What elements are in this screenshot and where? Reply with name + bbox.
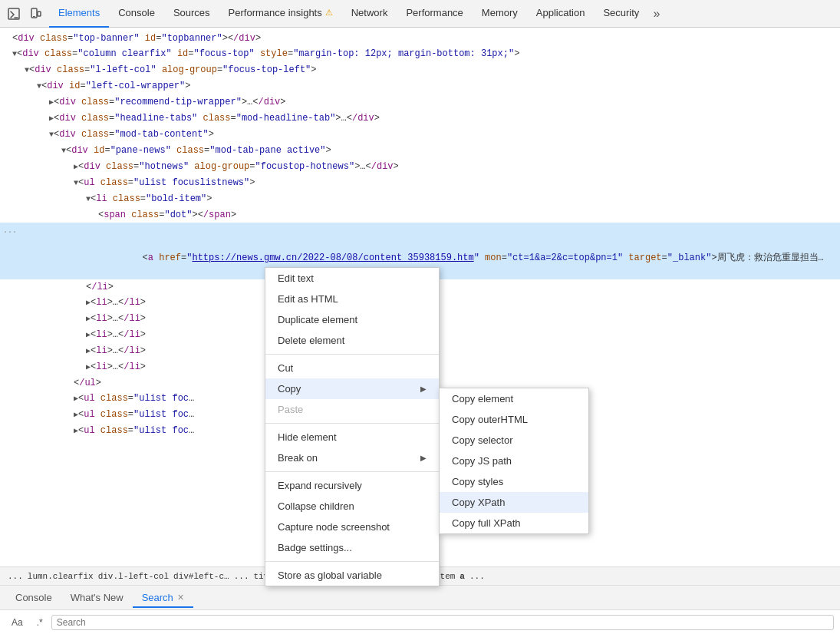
tree-line[interactable]: ▼<div class="column clearfix" id="focus-… xyxy=(0,46,840,62)
devtools-icon[interactable] xyxy=(3,0,25,28)
context-menu-separator xyxy=(265,561,439,562)
breadcrumb-item[interactable]: div#left-c… xyxy=(172,572,231,581)
tree-line[interactable]: <div class="top-banner" id="topbanner"><… xyxy=(0,31,840,46)
context-menu-separator xyxy=(265,354,439,355)
breadcrumb-item[interactable]: ... xyxy=(6,572,25,581)
breadcrumb-item[interactable]: div.l-left-col xyxy=(97,572,170,581)
context-menu-break-on[interactable]: Break on ▶ xyxy=(265,447,439,468)
context-menu-store-global[interactable]: Store as global variable xyxy=(265,565,439,586)
context-menu-separator xyxy=(265,423,439,424)
more-tabs-button[interactable]: » xyxy=(648,0,664,28)
svg-rect-3 xyxy=(33,16,35,17)
tree-line[interactable]: ▶<div class="recommend-tip-wrapper">…</d… xyxy=(0,94,840,111)
breadcrumb-item[interactable]: ... xyxy=(232,572,251,581)
breadcrumb-item[interactable]: ... xyxy=(468,572,486,581)
submenu-copy-full-xpath[interactable]: Copy full XPath xyxy=(440,513,588,533)
tab-sources[interactable]: Sources xyxy=(164,0,219,28)
submenu-copy-js-path[interactable]: Copy JS path xyxy=(440,451,588,471)
submenu-copy-selector[interactable]: Copy selector xyxy=(440,430,588,451)
context-menu-badge-settings[interactable]: Badge settings... xyxy=(265,537,439,558)
submenu-copy-xpath[interactable]: Copy XPath xyxy=(440,492,588,513)
context-menu-cut[interactable]: Cut xyxy=(265,358,439,378)
console-bottom-bar: Console What's New Search × xyxy=(0,585,840,609)
tab-elements[interactable]: Elements xyxy=(49,0,109,28)
tree-line[interactable]: ▶<div class="hotnews" alog-group="focust… xyxy=(0,159,840,175)
tree-line[interactable]: <span class="dot"></span> xyxy=(0,207,840,223)
search-input[interactable] xyxy=(51,615,834,630)
tree-line[interactable]: ▼<div class="l-left-col" alog-group="foc… xyxy=(0,62,840,78)
context-menu-collapse-children[interactable]: Collapse children xyxy=(265,496,439,517)
regex-button[interactable]: .* xyxy=(31,615,48,630)
devtools-mobile-icon[interactable] xyxy=(25,0,46,28)
tree-line[interactable]: ▼<div id="pane-news" class="mod-tab-pane… xyxy=(0,143,840,159)
tree-line[interactable]: ▼<div id="left-col-wrapper"> xyxy=(0,78,840,94)
tab-console[interactable]: Console xyxy=(109,0,164,28)
context-menu-separator xyxy=(265,471,439,472)
bottom-tab-whats-new[interactable]: What's New xyxy=(61,589,133,606)
context-menu-delete-element[interactable]: Delete element xyxy=(265,330,439,351)
submenu-copy-styles[interactable]: Copy styles xyxy=(440,471,588,492)
svg-rect-4 xyxy=(38,12,41,16)
context-menu: Edit text Edit as HTML Duplicate element… xyxy=(265,267,440,586)
context-menu-duplicate-element[interactable]: Duplicate element xyxy=(265,309,439,330)
tab-network[interactable]: Network xyxy=(342,0,397,28)
context-menu-capture-screenshot[interactable]: Capture node screenshot xyxy=(265,517,439,537)
tab-performance-insights[interactable]: Performance insights ⚠ xyxy=(219,0,342,28)
warning-icon: ⚠ xyxy=(325,8,333,18)
context-menu-hide-element[interactable]: Hide element xyxy=(265,427,439,447)
context-menu-edit-text[interactable]: Edit text xyxy=(265,268,439,289)
submenu-copy-outerhtml[interactable]: Copy outerHTML xyxy=(440,409,588,430)
close-search-tab-button[interactable]: × xyxy=(177,591,183,603)
bottom-tab-console[interactable]: Console xyxy=(6,589,61,606)
case-sensitive-button[interactable]: Aa xyxy=(6,615,28,630)
tab-performance[interactable]: Performance xyxy=(397,0,472,28)
tab-security[interactable]: Security xyxy=(594,0,648,28)
context-menu-expand-recursively[interactable]: Expand recursively xyxy=(265,475,439,496)
context-menu-paste[interactable]: Paste xyxy=(265,399,439,420)
context-menu-copy[interactable]: Copy ▶ xyxy=(265,378,439,399)
search-bar: Aa .* xyxy=(0,609,840,634)
tree-line[interactable]: ▼<ul class="ulist focuslistnews"> xyxy=(0,175,840,191)
copy-submenu: Copy element Copy outerHTML Copy selecto… xyxy=(439,388,589,534)
breadcrumb-item[interactable]: lumn.clearfix xyxy=(26,572,95,581)
submenu-copy-element[interactable]: Copy element xyxy=(440,388,588,409)
tab-application[interactable]: Application xyxy=(527,0,595,28)
breadcrumb-item[interactable]: a xyxy=(458,572,466,581)
tree-line[interactable]: ▼<div class="mod-tab-content"> xyxy=(0,127,840,143)
tab-memory[interactable]: Memory xyxy=(473,0,527,28)
submenu-arrow-icon: ▶ xyxy=(420,385,427,393)
bottom-tab-search[interactable]: Search × xyxy=(133,588,193,608)
devtools-tab-bar: Elements Console Sources Performance ins… xyxy=(0,0,840,28)
tree-line[interactable]: ▼<li class="bold-item"> xyxy=(0,191,840,207)
tree-line[interactable]: ▶<div class="headline-tabs" class="mod-h… xyxy=(0,111,840,127)
context-menu-edit-as-html[interactable]: Edit as HTML xyxy=(265,289,439,309)
submenu-arrow-icon: ▶ xyxy=(420,454,427,462)
